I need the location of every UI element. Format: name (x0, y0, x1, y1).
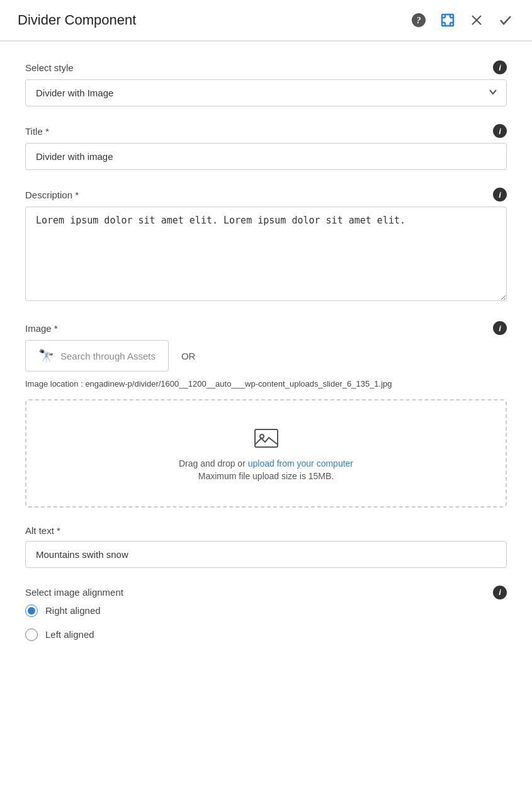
or-text: OR (181, 351, 196, 361)
alignment-label-row: Select image alignment i (25, 586, 507, 599)
svg-rect-13 (255, 429, 278, 447)
help-icon[interactable]: ? (410, 11, 427, 29)
radio-right-aligned[interactable]: Right aligned (25, 604, 507, 617)
description-label-row: Description * i (25, 188, 507, 202)
radio-left-label: Left aligned (45, 629, 94, 640)
title-info-icon[interactable]: i (493, 124, 507, 138)
description-group: Description * i Lorem ipsum dolor sit am… (25, 188, 507, 304)
drop-zone-subtext: Maximum file upload size is 15MB. (39, 471, 493, 481)
page-title: Divider Component (18, 12, 410, 28)
select-style-dropdown[interactable]: Divider with ImageDivider onlyDivider wi… (25, 79, 507, 106)
radio-right-input[interactable] (25, 604, 38, 617)
drop-text: Drag and drop or (179, 458, 248, 468)
frame-icon[interactable] (439, 11, 456, 29)
close-icon[interactable] (468, 11, 485, 29)
alignment-info-icon[interactable]: i (493, 586, 507, 599)
radio-left-aligned[interactable]: Left aligned (25, 628, 507, 641)
binoculars-icon: 🔭 (38, 348, 54, 363)
image-label-row: Image * i (25, 321, 507, 335)
select-style-info-icon[interactable]: i (493, 60, 507, 74)
description-label: Description * (25, 190, 79, 200)
header: Divider Component ? (0, 0, 532, 41)
title-label-row: Title * i (25, 124, 507, 138)
title-input[interactable] (25, 143, 507, 170)
search-assets-label: Search through Assets (60, 351, 156, 361)
radio-right-label: Right aligned (45, 605, 101, 616)
header-icons: ? (410, 11, 514, 29)
image-search-row: 🔭 Search through Assets OR (25, 340, 507, 372)
alignment-label: Select image alignment (25, 587, 123, 598)
description-textarea[interactable]: Lorem ipsum dolor sit amet elit. Lorem i… (25, 207, 507, 301)
alignment-group: Select image alignment i Right aligned L… (25, 586, 507, 641)
alignment-radio-group: Right aligned Left aligned (25, 604, 507, 641)
svg-rect-2 (442, 14, 453, 26)
title-label: Title * (25, 126, 49, 137)
svg-point-14 (260, 434, 264, 438)
image-label: Image * (25, 323, 58, 334)
drop-zone[interactable]: Drag and drop or upload from your comput… (25, 399, 507, 508)
check-icon[interactable] (497, 11, 514, 29)
alt-text-input[interactable] (25, 541, 507, 568)
alt-text-group: Alt text * (25, 525, 507, 568)
select-style-label-row: Select style i (25, 60, 507, 74)
search-assets-button[interactable]: 🔭 Search through Assets (25, 340, 169, 372)
image-location-text: Image location : engadinew-p/divider/160… (25, 378, 507, 390)
image-info-icon[interactable]: i (493, 321, 507, 335)
form-content: Select style i Divider with ImageDivider… (0, 42, 532, 678)
drop-zone-text: Drag and drop or upload from your comput… (39, 458, 493, 468)
select-style-label: Select style (25, 62, 74, 73)
radio-left-input[interactable] (25, 628, 38, 641)
image-group: Image * i 🔭 Search through Assets OR Ima… (25, 321, 507, 508)
select-style-wrapper: Divider with ImageDivider onlyDivider wi… (25, 79, 507, 106)
image-upload-icon (39, 426, 493, 451)
select-style-group: Select style i Divider with ImageDivider… (25, 60, 507, 106)
svg-text:?: ? (417, 16, 421, 25)
alt-text-label: Alt text * (25, 525, 60, 536)
description-info-icon[interactable]: i (493, 188, 507, 202)
title-group: Title * i (25, 124, 507, 170)
alt-text-label-row: Alt text * (25, 525, 507, 536)
upload-link[interactable]: upload from your computer (248, 458, 353, 468)
